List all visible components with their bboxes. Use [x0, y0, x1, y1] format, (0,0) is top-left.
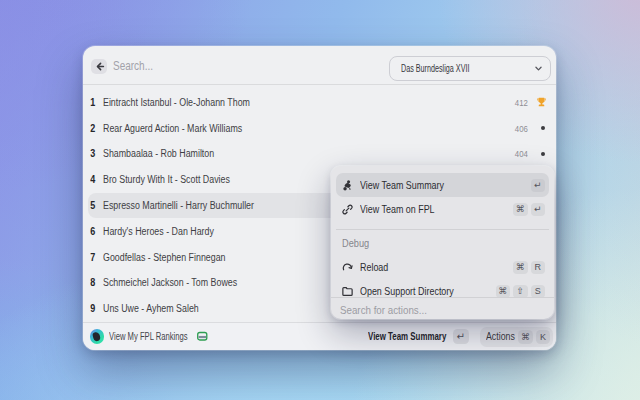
return-key-badge: ↵: [531, 203, 546, 216]
team-title: Shambaalaa - Rob Hamilton: [103, 148, 512, 159]
panel-divider: [336, 229, 549, 230]
actions-label: Actions: [486, 331, 515, 342]
k-key-badge: K: [536, 330, 551, 344]
header-divider: [83, 84, 556, 85]
actions-button[interactable]: Actions ⌘ K: [480, 327, 553, 347]
back-button[interactable]: [91, 59, 107, 74]
team-rank: 7: [88, 252, 98, 263]
cmd-key-badge: ⌘: [518, 330, 533, 344]
cmd-key-badge: ⌘: [513, 203, 528, 216]
action-panel: View Team Summary ↵ View Team on FPL ⌘ ↵…: [331, 166, 554, 319]
team-row-2[interactable]: 2 Rear Aguerd Action - Mark Williams 406: [88, 115, 551, 141]
trophy-icon: [535, 96, 548, 109]
team-points: 406: [512, 123, 528, 134]
command-name: View My FPL Rankings: [109, 331, 188, 342]
cmd-key-badge: ⌘: [513, 261, 528, 274]
link-icon: [341, 203, 354, 216]
action-label: View Team Summary: [360, 179, 531, 191]
reload-icon: [341, 261, 354, 274]
team-points: 412: [512, 97, 528, 108]
action-label: View Team on FPL: [360, 203, 513, 215]
league-dropdown-value: Das Burndesliga XVII: [401, 63, 535, 74]
action-reload[interactable]: Reload ⌘ R: [336, 255, 549, 279]
action-panel-list: View Team Summary ↵ View Team on FPL ⌘ ↵…: [336, 173, 549, 297]
action-label: Reload: [360, 261, 513, 273]
team-rank: 2: [88, 123, 98, 134]
team-rank: 4: [88, 174, 98, 185]
team-rank: 6: [88, 226, 98, 237]
team-rank: 3: [88, 148, 98, 159]
status-bar: View My FPL Rankings View Team Summary ↵…: [83, 322, 556, 350]
folder-icon: [341, 285, 354, 297]
desktop-background: Search... Das Burndesliga XVII 1 Eintrac…: [0, 0, 640, 400]
r-key-badge: R: [531, 261, 546, 274]
team-row-1[interactable]: 1 Eintracht Istanbul - Ole-Johann Thom 4…: [88, 90, 551, 116]
shift-key-badge: ⇧: [513, 285, 528, 297]
rankings-icon: [196, 330, 209, 343]
dot-icon: [541, 126, 546, 131]
action-search-input[interactable]: Search for actions...: [331, 297, 554, 319]
dot-icon: [541, 152, 546, 157]
return-key-badge: ↵: [531, 179, 546, 192]
team-rank: 1: [88, 97, 98, 108]
action-label: Open Support Directory: [360, 285, 496, 297]
cmd-key-badge: ⌘: [496, 285, 511, 297]
team-rank: 9: [88, 303, 98, 314]
debug-section-label: Debug: [336, 236, 549, 250]
primary-action-label[interactable]: View Team Summary: [368, 331, 447, 342]
league-dropdown[interactable]: Das Burndesliga XVII: [389, 56, 551, 81]
action-view-team-summary[interactable]: View Team Summary ↵: [336, 173, 549, 197]
return-key-badge: ↵: [453, 329, 469, 344]
team-rank: 5: [88, 200, 98, 211]
fpl-extension-icon: [90, 329, 104, 343]
team-title: Eintracht Istanbul - Ole-Johann Thom: [103, 97, 512, 108]
arrow-left-icon: [94, 61, 105, 72]
action-open-support-directory[interactable]: Open Support Directory ⌘ ⇧ S: [336, 279, 549, 297]
team-row-3[interactable]: 3 Shambaalaa - Rob Hamilton 404: [88, 141, 551, 167]
team-title: Rear Aguerd Action - Mark Williams: [103, 123, 512, 134]
chevron-down-icon: [534, 64, 543, 73]
player-icon: [341, 179, 354, 192]
team-rank: 8: [88, 277, 98, 288]
action-view-team-on-fpl[interactable]: View Team on FPL ⌘ ↵: [336, 197, 549, 221]
s-key-badge: S: [531, 285, 546, 297]
search-input[interactable]: Search...: [113, 46, 162, 86]
team-points: 404: [512, 148, 528, 159]
